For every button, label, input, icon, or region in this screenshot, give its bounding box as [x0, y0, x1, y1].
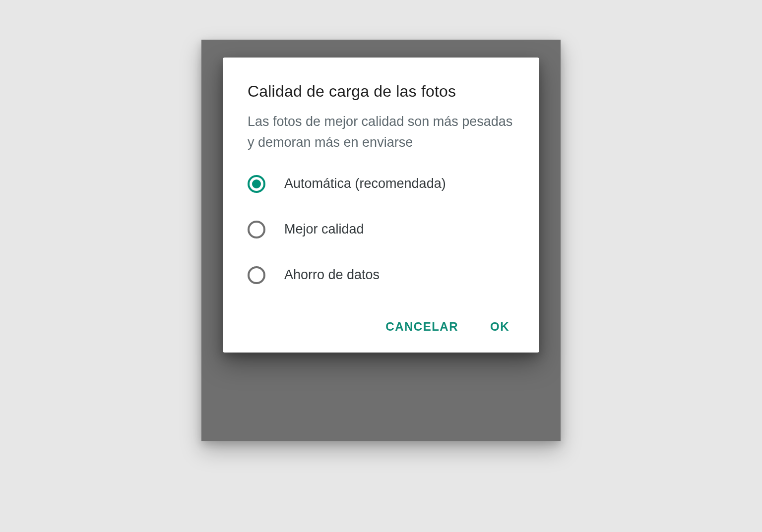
options-list: Automática (recomendada) Mejor calidad A…: [248, 175, 514, 284]
option-label: Automática (recomendada): [284, 176, 446, 191]
option-best-quality[interactable]: Mejor calidad: [248, 221, 514, 238]
ok-button[interactable]: OK: [488, 316, 511, 338]
option-label: Mejor calidad: [284, 222, 364, 237]
radio-unselected-icon: [248, 221, 265, 238]
dialog-actions: CANCELAR OK: [248, 316, 514, 338]
settings-screen-overlay: Calidad de carga de las fotos Las fotos …: [201, 40, 561, 441]
option-data-saver[interactable]: Ahorro de datos: [248, 266, 514, 284]
photo-upload-quality-dialog: Calidad de carga de las fotos Las fotos …: [223, 58, 539, 353]
option-label: Ahorro de datos: [284, 267, 380, 283]
cancel-button[interactable]: CANCELAR: [383, 316, 460, 338]
option-automatic[interactable]: Automática (recomendada): [248, 175, 514, 193]
dialog-subtitle: Las fotos de mejor calidad son más pesad…: [248, 112, 514, 153]
dialog-title: Calidad de carga de las fotos: [248, 82, 514, 101]
radio-selected-icon: [248, 175, 265, 193]
radio-unselected-icon: [248, 266, 265, 284]
